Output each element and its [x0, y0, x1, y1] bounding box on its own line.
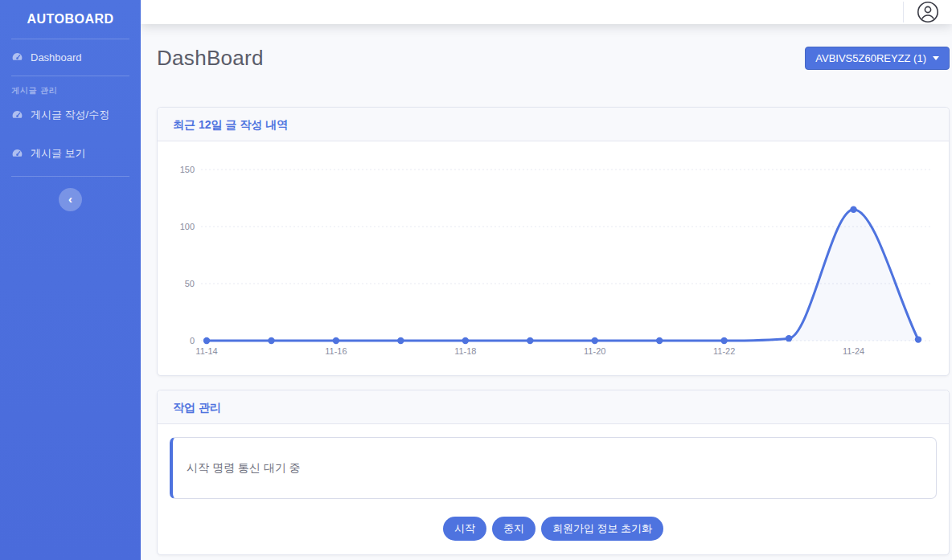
content-area: DashBoard AVBIVS5Z60REYZZ (1) 최근 12일 글 작… — [141, 24, 952, 560]
caret-down-icon — [933, 56, 939, 60]
sidebar: AUTOBOARD Dashboard 게시글 관리 게시글 작성/수정 게시글… — [0, 0, 141, 560]
svg-text:11-18: 11-18 — [454, 346, 476, 356]
tachometer-icon — [11, 148, 23, 160]
sidebar-divider — [11, 176, 129, 177]
sidebar-item-dashboard[interactable]: Dashboard — [0, 39, 141, 76]
tachometer-icon — [11, 109, 23, 121]
line-chart: 05010015011-1411-1611-1811-2011-2211-24 — [169, 157, 938, 360]
svg-text:11-20: 11-20 — [584, 346, 605, 356]
user-icon — [917, 1, 941, 23]
sidebar-divider — [11, 76, 129, 76]
sidebar-collapse-button[interactable]: ‹ — [59, 188, 82, 211]
svg-text:100: 100 — [180, 222, 195, 231]
chevron-left-icon: ‹ — [68, 192, 72, 206]
task-buttons: 시작 중지 회원가입 정보 초기화 — [170, 517, 937, 541]
account-dropdown-label: AVBIVS5Z60REYZZ (1) — [815, 52, 926, 64]
sidebar-item-post-view[interactable]: 게시글 보기 — [0, 134, 141, 173]
topbar-divider — [903, 2, 904, 22]
page-title: DashBoard — [157, 46, 264, 71]
sidebar-section-heading: 게시글 관리 — [0, 86, 141, 96]
sidebar-item-post-edit[interactable]: 게시글 작성/수정 — [0, 96, 141, 134]
task-card: 작업 관리 시작 명령 통신 대기 중 시작 중지 회원가입 정보 초기화 — [157, 390, 950, 555]
status-message: 시작 명령 통신 대기 중 — [187, 461, 301, 476]
chart-card-header: 최근 12일 글 작성 내역 — [158, 108, 949, 141]
account-dropdown-button[interactable]: AVBIVS5Z60REYZZ (1) — [805, 47, 950, 70]
reset-signup-info-button[interactable]: 회원가입 정보 초기화 — [541, 517, 663, 541]
sidebar-item-label: Dashboard — [31, 51, 82, 63]
chart-card: 최근 12일 글 작성 내역 05010015011-1411-1611-181… — [157, 107, 950, 376]
start-button[interactable]: 시작 — [443, 517, 486, 541]
sidebar-item-label: 게시글 작성/수정 — [31, 108, 109, 122]
sidebar-item-label: 게시글 보기 — [31, 146, 86, 161]
brand-link[interactable]: AUTOBOARD — [0, 0, 141, 39]
main-column: DashBoard AVBIVS5Z60REYZZ (1) 최근 12일 글 작… — [141, 0, 952, 560]
svg-text:11-22: 11-22 — [713, 346, 735, 356]
svg-text:0: 0 — [190, 336, 195, 345]
svg-text:11-14: 11-14 — [195, 346, 217, 356]
svg-text:50: 50 — [185, 279, 195, 288]
svg-text:150: 150 — [180, 165, 195, 174]
topbar — [141, 0, 952, 24]
svg-text:11-24: 11-24 — [843, 346, 864, 356]
tachometer-icon — [11, 51, 23, 63]
status-message-box: 시작 명령 통신 대기 중 — [170, 437, 937, 499]
task-card-header: 작업 관리 — [158, 390, 949, 424]
stop-button[interactable]: 중지 — [492, 517, 536, 541]
svg-text:11-16: 11-16 — [325, 346, 347, 356]
user-menu-button[interactable] — [917, 0, 941, 24]
